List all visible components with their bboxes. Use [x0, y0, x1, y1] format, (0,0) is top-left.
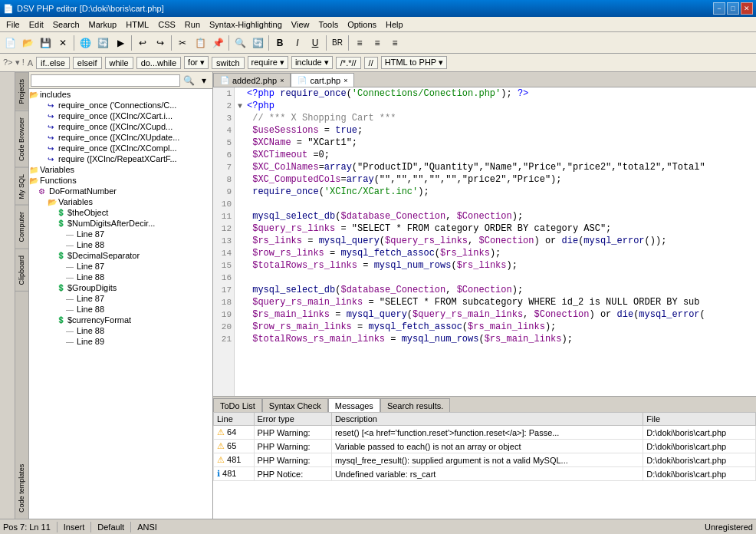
- tree-item[interactable]: —Line 87: [29, 229, 212, 239]
- dowhile-button[interactable]: do...while: [136, 57, 181, 69]
- html-to-php-dropdown[interactable]: HTML to PHP ▾: [381, 56, 447, 69]
- bold-button[interactable]: B: [271, 35, 288, 51]
- if-else-button[interactable]: if..else: [36, 57, 70, 69]
- tree-item[interactable]: —Line 89: [29, 336, 212, 347]
- menu-item-options[interactable]: Options: [343, 18, 381, 31]
- mysql-tab[interactable]: My SQL: [15, 167, 28, 206]
- close-button[interactable]: ✕: [741, 2, 753, 15]
- tree-item[interactable]: 💲$NumDigitsAfterDecir...: [29, 218, 212, 229]
- code-line[interactable]: $XC_ColNames=array("ProductID","Quantity…: [238, 161, 753, 173]
- br-button[interactable]: BR: [329, 35, 346, 51]
- code-line[interactable]: $row_rs_main_links = mysql_fetch_assoc($…: [238, 321, 753, 333]
- minimize-button[interactable]: −: [713, 2, 725, 15]
- save-button[interactable]: 💾: [37, 35, 54, 51]
- align-right-button[interactable]: ≡: [386, 35, 403, 51]
- bottom-tab-search-results-[interactable]: Search results.: [380, 398, 450, 412]
- align-left-button[interactable]: ≡: [351, 35, 368, 51]
- code-line[interactable]: $useSessions = true;: [238, 124, 753, 137]
- copy-button[interactable]: 📋: [192, 35, 209, 51]
- code-editor[interactable]: 123456789101112131415161718192021 <?php …: [213, 87, 756, 396]
- tree-item[interactable]: ↪require_once ([XClnc/XCupd...: [29, 121, 212, 132]
- bottom-tab-messages[interactable]: Messages: [328, 398, 380, 412]
- code-line[interactable]: $totalRows_rs_links = mysql_num_rows($rs…: [238, 259, 753, 272]
- code-line[interactable]: $rs_main_links = mysql_query($query_rs_m…: [238, 308, 753, 321]
- code-line[interactable]: mysql_select_db($database_Conection, $Co…: [238, 284, 753, 296]
- include-dropdown[interactable]: include ▾: [291, 56, 333, 69]
- menu-item-css[interactable]: CSS: [153, 18, 180, 31]
- tree-item[interactable]: ↪require_once ('Connections/C...: [29, 100, 212, 110]
- projects-tab[interactable]: Projects: [15, 72, 28, 110]
- menu-item-run[interactable]: Run: [180, 18, 205, 31]
- close-file-button[interactable]: ✕: [54, 35, 71, 51]
- tree-item[interactable]: —Line 87: [29, 261, 212, 272]
- italic-button[interactable]: I: [289, 35, 306, 51]
- menu-item-html[interactable]: HTML: [121, 18, 153, 31]
- refresh-button[interactable]: 🔄: [94, 35, 111, 51]
- tree-item[interactable]: 💲$theObject: [29, 207, 212, 218]
- code-line[interactable]: ▼<?php: [238, 100, 753, 112]
- tree-item[interactable]: —Line 88: [29, 272, 212, 282]
- tree-item[interactable]: —Line 87: [29, 293, 212, 304]
- error-row[interactable]: ℹ 481PHP Notice:Undefined variable: rs_c…: [214, 467, 756, 481]
- tree-search-input[interactable]: [31, 74, 180, 87]
- code-line[interactable]: [238, 198, 753, 210]
- menu-item-search[interactable]: Search: [48, 18, 84, 31]
- code-line[interactable]: $rs_links = mysql_query($query_rs_links,…: [238, 235, 753, 247]
- open-button[interactable]: 📂: [19, 35, 36, 51]
- code-content[interactable]: <?php require_once('Connections/Conectio…: [235, 87, 756, 396]
- code-line[interactable]: [238, 272, 753, 284]
- paste-button[interactable]: 📌: [209, 35, 226, 51]
- for-dropdown[interactable]: for ▾: [184, 56, 209, 69]
- new-button[interactable]: 📄: [2, 35, 18, 51]
- code-line[interactable]: $totalRows_rs_main_links = mysql_num_row…: [238, 333, 753, 345]
- error-row[interactable]: ⚠ 64PHP Warning:reset() [<a href='functi…: [214, 426, 756, 440]
- tree-options-button[interactable]: ▾: [197, 74, 211, 87]
- underline-button[interactable]: U: [307, 35, 324, 51]
- tree-item[interactable]: ↪require ([XClnc/RepeatXCartF...: [29, 153, 212, 164]
- clipboard-tab[interactable]: Clipboard: [15, 249, 28, 292]
- tree-item[interactable]: 💲$DecimalSeparator: [29, 250, 212, 261]
- code-browser-tab[interactable]: Code Browser: [15, 110, 28, 167]
- menu-item-syntax-highlighting[interactable]: Syntax-Highlighting: [205, 18, 287, 31]
- menu-item-view[interactable]: View: [287, 18, 314, 31]
- tree-item[interactable]: ↪require_once ([XClnc/XCart.i...: [29, 110, 212, 121]
- require-dropdown[interactable]: require ▾: [248, 56, 288, 69]
- tree-search-button[interactable]: 🔍: [182, 74, 196, 87]
- tree-item[interactable]: 💲$currencyFormat: [29, 315, 212, 325]
- replace-button[interactable]: 🔄: [249, 35, 266, 51]
- comment-block-button[interactable]: /*.*//: [336, 57, 361, 69]
- bottom-tab-todo-list[interactable]: ToDo List: [213, 398, 262, 412]
- menu-item-help[interactable]: Help: [381, 18, 408, 31]
- maximize-button[interactable]: □: [727, 2, 739, 15]
- align-center-button[interactable]: ≡: [369, 35, 386, 51]
- code-line[interactable]: require_once('XCInc/XCart.inc');: [238, 186, 753, 198]
- titlebar-controls[interactable]: − □ ✕: [713, 2, 753, 15]
- redo-button[interactable]: ↪: [152, 35, 169, 51]
- code-line[interactable]: // *** X Shopping Cart ***: [238, 112, 753, 124]
- computer-tab[interactable]: Computer: [15, 205, 28, 249]
- run-button[interactable]: ▶: [112, 35, 129, 51]
- menu-item-tools[interactable]: Tools: [314, 18, 343, 31]
- tree-item[interactable]: 📂Functions: [29, 175, 212, 186]
- bottom-tab-syntax-check[interactable]: Syntax Check: [262, 398, 328, 412]
- editor-tab-cart-php[interactable]: 📄cart.php×: [291, 73, 354, 87]
- comment-line-button[interactable]: //: [364, 57, 378, 69]
- tab-close-button[interactable]: ×: [280, 77, 284, 84]
- code-line[interactable]: $XCName = "XCart1";: [238, 137, 753, 149]
- menu-item-edit[interactable]: Edit: [25, 18, 48, 31]
- tree-item[interactable]: 📂Variables: [29, 196, 212, 207]
- elseif-button[interactable]: elseif: [73, 57, 102, 69]
- undo-button[interactable]: ↩: [134, 35, 151, 51]
- tree-item[interactable]: —Line 88: [29, 325, 212, 336]
- switch-button[interactable]: switch: [212, 57, 245, 69]
- code-line[interactable]: $query_rs_main_links = "SELECT * FROM su…: [238, 296, 753, 308]
- tree-item[interactable]: ↪require_once ([XClnc/XCompl...: [29, 143, 212, 153]
- tree-item[interactable]: ⚙DoFormatNumber: [29, 186, 212, 196]
- error-row[interactable]: ⚠ 65PHP Warning:Variable passed to each(…: [214, 440, 756, 453]
- browser-button[interactable]: 🌐: [77, 35, 94, 51]
- tree-item[interactable]: 📂includes: [29, 89, 212, 100]
- tree-item[interactable]: 💲$GroupDigits: [29, 282, 212, 293]
- menu-item-file[interactable]: File: [2, 18, 25, 31]
- tree-item[interactable]: ↪require_once ([XClnc/XUpdate...: [29, 132, 212, 143]
- error-row[interactable]: ⚠ 481PHP Warning:mysql_free_result(): su…: [214, 453, 756, 467]
